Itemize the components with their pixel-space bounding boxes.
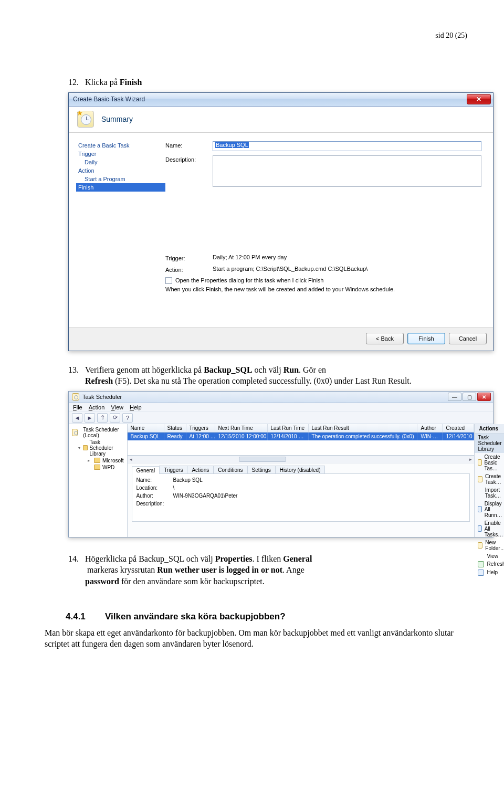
expand-icon: ▸ bbox=[88, 458, 92, 463]
nav-create[interactable]: Create a Basic Task bbox=[76, 141, 165, 150]
maximize-button[interactable]: ▢ bbox=[463, 393, 476, 401]
menu-view[interactable]: View bbox=[111, 404, 123, 410]
actions-subheading: Task Scheduler Library ▴ bbox=[475, 434, 504, 453]
name-input[interactable]: Backup SQL bbox=[213, 141, 481, 151]
action-display-running[interactable]: Display All Runn… bbox=[475, 500, 504, 519]
open-properties-checkbox[interactable]: Open the Properties dialog for this task… bbox=[165, 277, 481, 284]
refresh-icon bbox=[478, 561, 484, 567]
col-author[interactable]: Author bbox=[417, 424, 443, 432]
cancel-button[interactable]: Cancel bbox=[449, 333, 487, 344]
forward-icon[interactable]: ► bbox=[85, 413, 95, 423]
action-help[interactable]: Help bbox=[475, 568, 504, 577]
task-row[interactable]: Backup SQL Ready At 12:00 … 12/15/2010 1… bbox=[128, 433, 475, 440]
expand-icon: ▾ bbox=[78, 446, 81, 450]
folder-icon bbox=[83, 445, 87, 450]
trigger-label: Trigger: bbox=[165, 254, 213, 261]
detail-author-label: Author: bbox=[136, 493, 173, 499]
nav-start[interactable]: Start a Program bbox=[76, 175, 165, 183]
tab-conditions[interactable]: Conditions bbox=[213, 466, 247, 473]
wizard-titlebar[interactable]: Create Basic Task Wizard ✕ bbox=[69, 93, 493, 107]
close-button[interactable]: ✕ bbox=[477, 393, 491, 401]
col-triggers[interactable]: Triggers bbox=[186, 424, 215, 432]
tab-history[interactable]: History (disabled) bbox=[275, 466, 326, 473]
tab-body: Name:Backup SQL Location:\ Author:WIN-9N… bbox=[132, 473, 470, 522]
description-input[interactable] bbox=[213, 155, 481, 187]
tree-microsoft[interactable]: ▸Microsoft bbox=[87, 457, 125, 464]
checkbox-icon bbox=[165, 277, 172, 284]
task-scheduler-window: Task Scheduler — ▢ ✕ File Action View He… bbox=[68, 391, 494, 537]
detail-name-label: Name: bbox=[136, 477, 173, 483]
action-new-folder[interactable]: New Folder… bbox=[475, 539, 504, 552]
back-icon[interactable]: ◄ bbox=[72, 413, 82, 423]
list-icon bbox=[478, 506, 481, 512]
finish-button[interactable]: Finish bbox=[407, 333, 445, 344]
wizard-note: When you click Finish, the new task will… bbox=[165, 286, 481, 292]
action-value: Start a program; C:\Script\SQL_Backup.cm… bbox=[213, 266, 368, 272]
col-created[interactable]: Created bbox=[443, 424, 474, 432]
task-grid: Name Status Triggers Next Run Time Last … bbox=[128, 424, 475, 456]
detail-location-value: \ bbox=[173, 485, 175, 491]
scroll-left-icon: ◂ bbox=[128, 457, 135, 462]
section-body: Man bör skapa ett eget användarkonto för… bbox=[45, 627, 467, 650]
enable-icon bbox=[478, 525, 481, 532]
menubar: File Action View Help bbox=[69, 403, 493, 412]
detail-location-label: Location: bbox=[136, 485, 173, 491]
menu-help[interactable]: Help bbox=[130, 404, 142, 410]
up-icon[interactable]: ⇧ bbox=[97, 413, 108, 423]
folder-icon bbox=[94, 465, 100, 470]
folder-icon bbox=[478, 542, 482, 549]
scroll-thumb[interactable] bbox=[239, 457, 286, 462]
wizard-nav: Create a Basic Task Trigger Daily Action… bbox=[76, 139, 165, 327]
section-heading: 4.4.1Vilken användare ska köra backupjob… bbox=[66, 611, 467, 623]
col-name[interactable]: Name bbox=[128, 424, 164, 432]
tree-wpd[interactable]: WPD bbox=[87, 464, 125, 471]
tree-library[interactable]: ▾Task Scheduler Library bbox=[77, 439, 125, 457]
scheduler-icon bbox=[72, 429, 78, 436]
action-create-task[interactable]: Create Task… bbox=[475, 472, 504, 486]
action-view[interactable]: View▸ bbox=[475, 552, 504, 560]
help-icon[interactable]: ? bbox=[122, 413, 133, 423]
step-14: 14.Högerklicka på Backup_SQL och välj Pr… bbox=[68, 553, 467, 587]
ts-titlebar[interactable]: Task Scheduler — ▢ ✕ bbox=[69, 392, 493, 403]
refresh-icon[interactable]: ⟳ bbox=[110, 413, 120, 423]
name-label: Name: bbox=[165, 141, 213, 149]
action-label: Action: bbox=[165, 266, 213, 273]
close-icon: ✕ bbox=[476, 96, 481, 103]
menu-file[interactable]: File bbox=[73, 404, 82, 410]
detail-name-value: Backup SQL bbox=[173, 477, 203, 483]
tab-actions[interactable]: Actions bbox=[187, 466, 214, 473]
action-refresh[interactable]: Refresh bbox=[475, 560, 504, 568]
tab-triggers[interactable]: Triggers bbox=[159, 466, 187, 473]
tab-settings[interactable]: Settings bbox=[247, 466, 276, 473]
action-import[interactable]: Import Task… bbox=[475, 486, 504, 500]
task-icon bbox=[478, 476, 482, 482]
wizard-heading: Summary bbox=[101, 115, 133, 123]
col-lastres[interactable]: Last Run Result bbox=[309, 424, 418, 432]
page-number: sid 20 (25) bbox=[45, 31, 467, 40]
nav-finish[interactable]: Finish bbox=[76, 183, 165, 192]
step-13: 13.Verifiera genom att högerklicka på Ba… bbox=[68, 364, 467, 387]
ts-title: Task Scheduler bbox=[82, 394, 122, 400]
wizard-window-title: Create Basic Task Wizard bbox=[73, 96, 145, 103]
nav-daily[interactable]: Daily bbox=[76, 158, 165, 166]
col-status[interactable]: Status bbox=[164, 424, 186, 432]
col-lastrun[interactable]: Last Run Time bbox=[268, 424, 309, 432]
col-next[interactable]: Next Run Time bbox=[215, 424, 268, 432]
tab-general[interactable]: General bbox=[132, 466, 160, 474]
help-icon bbox=[478, 570, 484, 576]
minimize-button[interactable]: — bbox=[448, 393, 461, 401]
back-button[interactable]: < Back bbox=[366, 333, 404, 344]
horizontal-scrollbar[interactable]: ◂ ▸ bbox=[128, 456, 475, 463]
menu-action[interactable]: Action bbox=[89, 404, 105, 410]
tree-root[interactable]: Task Scheduler (Local) bbox=[71, 426, 125, 439]
action-create-basic[interactable]: Create Basic Tas… bbox=[475, 453, 504, 472]
action-enable-all[interactable]: Enable All Tasks… bbox=[475, 519, 504, 539]
close-button[interactable]: ✕ bbox=[467, 94, 491, 104]
actions-panel: Actions Task Scheduler Library ▴ Create … bbox=[474, 424, 504, 537]
scroll-right-icon: ▸ bbox=[467, 457, 474, 462]
actions-heading: Actions bbox=[475, 424, 504, 434]
toolbar: ◄ ► ⇧ ⟳ ? bbox=[69, 412, 493, 424]
detail-author-value: WIN-9N3OGARQA01\Peter bbox=[173, 493, 238, 499]
nav-action[interactable]: Action bbox=[76, 166, 165, 175]
nav-trigger[interactable]: Trigger bbox=[76, 150, 165, 158]
